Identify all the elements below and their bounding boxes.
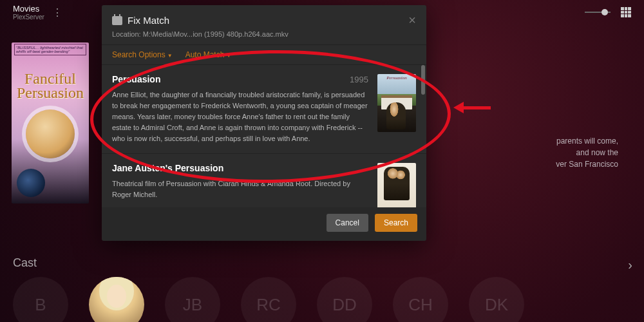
cast-avatar[interactable] xyxy=(89,277,144,322)
poster-blurb: "BLISSFUL... lighthearted mischief that … xyxy=(14,44,86,55)
dialog-footer: Cancel Search xyxy=(102,207,426,241)
search-button[interactable]: Search xyxy=(375,214,417,232)
cast-avatar[interactable]: RC xyxy=(241,277,296,322)
result-description: Theatrical film of Persuasion with Ciara… xyxy=(112,178,368,200)
cast-avatar[interactable]: DK xyxy=(469,277,524,322)
library-title: Movies xyxy=(13,5,44,13)
result-title: Jane Austen's Persuasion xyxy=(112,163,223,173)
result-poster: Persuasion xyxy=(377,74,416,132)
cast-avatar[interactable]: JB xyxy=(165,277,220,322)
auto-match-link[interactable]: Auto Match▼ xyxy=(185,50,232,59)
background-movie-poster[interactable]: "BLISSFUL... lighthearted mischief that … xyxy=(12,43,89,204)
result-title: Persuasion xyxy=(112,74,160,84)
result-description: Anne Elliot, the daughter of a financial… xyxy=(112,90,368,144)
chevron-down-icon: ▼ xyxy=(226,53,231,59)
dialog-options-bar: Search Options▼ Auto Match▼ xyxy=(102,44,426,65)
poster-title-2: Persuasion xyxy=(12,86,89,100)
match-results-list[interactable]: Persuasion 1995 Anne Elliot, the daughte… xyxy=(102,65,426,207)
cast-avatar[interactable]: DD xyxy=(317,277,372,322)
location-label: Location: xyxy=(112,30,141,38)
grid-view-icon[interactable] xyxy=(621,7,631,17)
dialog-header: Fix Match × Location: M:\Media\Mov...ion… xyxy=(102,5,426,44)
cast-avatar[interactable]: CH xyxy=(393,277,448,322)
cast-heading: Cast xyxy=(13,256,37,270)
cancel-button[interactable]: Cancel xyxy=(327,214,368,232)
server-name: PlexServer xyxy=(13,14,44,21)
close-icon[interactable]: × xyxy=(408,13,416,28)
annotation-arrow xyxy=(455,102,491,113)
library-block[interactable]: Movies PlexServer xyxy=(13,5,44,21)
cast-row: B JB RC DD CH DK xyxy=(13,277,644,322)
chevron-down-icon: ▼ xyxy=(167,53,173,59)
location-path: M:\Media\Mov...ion (1995) 480p.h264.aac.… xyxy=(143,30,289,38)
cast-next-icon[interactable]: › xyxy=(628,258,632,272)
match-icon xyxy=(112,16,122,25)
result-poster xyxy=(377,163,416,207)
fix-match-dialog: Fix Match × Location: M:\Media\Mov...ion… xyxy=(102,5,426,241)
result-year: 1995 xyxy=(350,75,368,84)
dialog-title: Fix Match xyxy=(128,15,169,26)
cast-avatar[interactable]: B xyxy=(13,277,68,322)
more-menu-icon[interactable]: ⋮ xyxy=(52,6,62,19)
zoom-slider[interactable] xyxy=(585,9,611,15)
match-result[interactable]: Jane Austen's Persuasion Theatrical film… xyxy=(102,154,426,207)
match-result[interactable]: Persuasion 1995 Anne Elliot, the daughte… xyxy=(102,65,426,154)
search-options-link[interactable]: Search Options▼ xyxy=(112,50,173,59)
scrollbar-thumb[interactable] xyxy=(421,65,425,95)
